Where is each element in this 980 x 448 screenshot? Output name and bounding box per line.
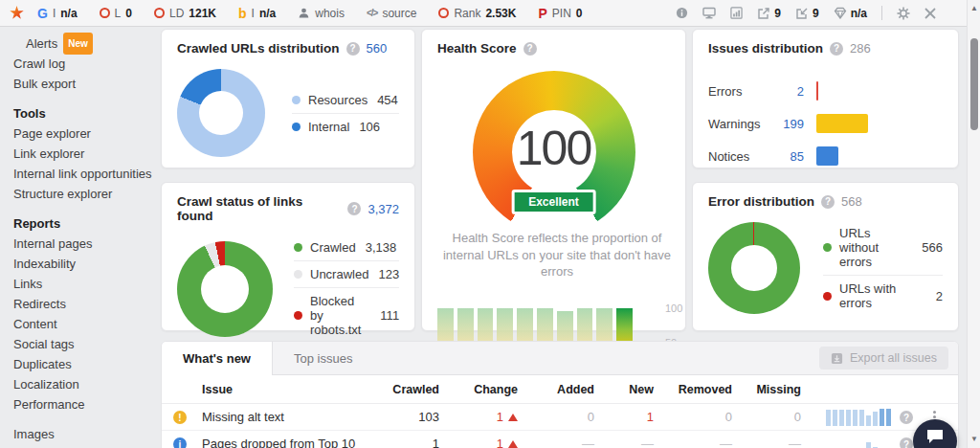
sidebar-item-label: Bulk export [13, 74, 76, 94]
issue-row-pages-dropped[interactable]: i Pages dropped from Top 10 New 1 1 — — … [162, 431, 958, 448]
display-icon [702, 7, 716, 19]
info-button[interactable] [676, 7, 688, 19]
info-icon [676, 7, 688, 19]
issue-sparkline [826, 436, 891, 448]
sidebar-item-javascript[interactable]: JavaScript [0, 444, 159, 448]
health-score-value: 100 [473, 121, 635, 176]
source-code-icon: </> [367, 8, 377, 18]
sidebar-item-label: Redirects [13, 294, 66, 314]
close-toolbar-button[interactable] [924, 8, 936, 19]
toolbar-metric-links[interactable]: L 0 [100, 7, 132, 20]
sidebar-item-page-explorer[interactable]: Page explorer [0, 123, 159, 144]
seoquake-logo-icon[interactable] [10, 6, 24, 20]
issues-table-header: Issue Crawled Change Added New Removed M… [162, 375, 958, 404]
tab-top-issues[interactable]: Top issues [273, 342, 373, 374]
sidebar-item-structure-explorer[interactable]: Structure explorer [0, 184, 159, 204]
sidebar-item-link-explorer[interactable]: Link explorer [0, 144, 159, 164]
sidebar-item-performance[interactable]: Performance [0, 394, 159, 414]
density-button[interactable] [730, 7, 743, 19]
col-missing: Missing [732, 383, 801, 396]
toolbar-metric-pinterest[interactable]: P PIN 0 [538, 6, 582, 21]
y-tick-100: 100 [665, 302, 694, 314]
cell-new: — [594, 437, 654, 448]
sidebar-item-content[interactable]: Content [0, 314, 159, 334]
col-removed: Removed [654, 383, 732, 396]
sidebar-item-duplicates[interactable]: Duplicates [0, 354, 159, 374]
metric-label: L [115, 7, 122, 20]
cell-added: 0 [518, 410, 594, 424]
toolbar-metric-bing-index[interactable]: b I n/a [238, 6, 276, 21]
legend-value: 454 [377, 93, 398, 107]
sidebar-item-internal-pages[interactable]: Internal pages [0, 234, 159, 254]
serp-overlay-button[interactable] [702, 7, 716, 19]
health-score-description: Health Score reflects the proportion of … [437, 230, 677, 280]
error-donut-chart [708, 222, 800, 314]
sidebar-item-indexability[interactable]: Indexability [0, 254, 159, 274]
tab-whats-new[interactable]: What's new [162, 342, 273, 375]
card-title: Crawled URLs distribution [177, 41, 340, 56]
issue-dist-row-warnings: Warnings 199 [708, 107, 943, 140]
issue-dist-row-errors: Errors 2 [708, 75, 943, 107]
inbound-link-icon [795, 7, 809, 20]
scrollbar-thumb[interactable] [970, 38, 978, 130]
cell-missing: 0 [732, 410, 801, 424]
toolbar-metric-rank[interactable]: Rank 2.53K [438, 7, 516, 20]
legend-label: Internal [308, 120, 349, 134]
warnings-count-link[interactable]: 199 [769, 117, 804, 131]
sidebar-item-links[interactable]: Links [0, 274, 159, 294]
sidebar-item-localization[interactable]: Localization [0, 374, 159, 394]
issue-name[interactable]: Pages dropped from Top 10 [202, 437, 355, 448]
sidebar-item-social-tags[interactable]: Social tags [0, 334, 159, 354]
sidebar-section-tools: Tools [0, 103, 159, 123]
sidebar-item-alerts[interactable]: Alerts New [0, 34, 159, 54]
external-links-button[interactable]: 9 [757, 7, 781, 20]
toolbar-metric-google-index[interactable]: G I n/a [37, 6, 78, 21]
crawled-urls-count-link[interactable]: 560 [367, 41, 388, 56]
external-links-count: 9 [774, 7, 781, 20]
page-scrollbar[interactable]: ▲ ▼ [967, 0, 980, 448]
internal-links-button[interactable]: 9 [795, 7, 819, 20]
sidebar-item-crawl-log[interactable]: Crawl log [0, 54, 159, 74]
cell-missing: — [732, 437, 801, 448]
sidebar-item-images[interactable]: Images [0, 424, 159, 444]
crawl-status-count-link[interactable]: 3,372 [368, 202, 399, 216]
errors-count-link[interactable]: 2 [769, 84, 804, 99]
export-button-label: Export all issues [850, 351, 937, 365]
col-crawled: Crawled [376, 383, 439, 396]
help-icon[interactable]: ? [523, 42, 537, 56]
toolbar-metric-linkdomain[interactable]: LD 121K [154, 7, 216, 20]
row-label: Errors [708, 84, 769, 99]
metric-label: source [382, 7, 416, 20]
metric-label: LD [169, 7, 184, 20]
error-legend: URLs without errors 566 URLs with errors… [823, 220, 943, 316]
help-icon[interactable]: ? [830, 42, 843, 56]
help-icon[interactable]: ? [821, 195, 835, 209]
google-icon: G [37, 6, 48, 21]
settings-button[interactable] [897, 7, 910, 20]
cell-crawled: 103 [376, 410, 439, 424]
help-icon[interactable]: ? [900, 411, 913, 424]
legend-value: 2 [936, 289, 943, 303]
diamond-metric-button[interactable]: n/a [834, 7, 867, 20]
help-icon[interactable]: ? [347, 202, 361, 215]
scroll-down-arrow[interactable]: ▼ [968, 433, 980, 446]
errors-bar [816, 81, 818, 101]
legend-dot-no-errors [823, 243, 832, 252]
export-all-issues-button[interactable]: Export all issues [819, 347, 948, 370]
sidebar-item-internal-link-opportunities[interactable]: Internal link opportunities [0, 164, 159, 184]
sidebar-item-bulk-export[interactable]: Bulk export [0, 74, 159, 94]
issues-total-count: 286 [850, 41, 871, 56]
notices-count-link[interactable]: 85 [769, 149, 804, 164]
issue-row-missing-alt-text[interactable]: ! Missing alt text 103 1 0 1 0 0 ? [162, 404, 958, 431]
sidebar-item-label: JavaScript [13, 444, 72, 448]
toolbar-whois-button[interactable]: whois [298, 7, 345, 20]
scroll-up-arrow[interactable]: ▲ [968, 2, 980, 15]
sidebar-item-redirects[interactable]: Redirects [0, 294, 159, 314]
help-icon[interactable]: ? [900, 437, 913, 448]
issue-name[interactable]: Missing alt text [202, 410, 284, 424]
legend-value: 111 [380, 308, 399, 323]
help-icon[interactable]: ? [346, 42, 360, 56]
issues-tabstrip: What's new Top issues Export all issues [162, 342, 958, 375]
issues-panel: What's new Top issues Export all issues … [161, 341, 959, 448]
toolbar-source-button[interactable]: </> source [367, 7, 417, 20]
